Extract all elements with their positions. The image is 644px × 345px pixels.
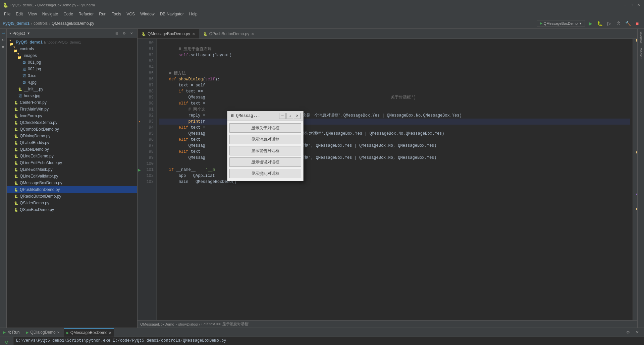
menu-item-vcs[interactable]: VCS: [124, 11, 138, 17]
tree-item-3ico[interactable]: 🖼 3.ico: [7, 72, 137, 79]
iconform-icon: 🐍: [13, 113, 19, 119]
menu-item-run[interactable]: Run: [96, 11, 109, 17]
titlebar-controls: ─ □ ✕: [623, 2, 641, 8]
tree-item-qlineedit[interactable]: 🐍 QLineEditDemo.py: [7, 153, 137, 159]
menu-item-db navigator[interactable]: DB Navigator: [157, 11, 186, 17]
bottom-close-button[interactable]: ✕: [633, 328, 641, 336]
bottom-settings-button[interactable]: ⚙: [624, 328, 632, 336]
tree-item-qdialog[interactable]: 🐍 QDialogDemo.py: [7, 133, 137, 139]
rerun-button[interactable]: ↺: [3, 338, 11, 345]
dialog-btn-question[interactable]: 显示提问对话框: [229, 169, 301, 178]
tree-item-qlineeditecho[interactable]: 🐍 QLineEditEchoMode.py: [7, 159, 137, 166]
minimize-button[interactable]: ─: [623, 2, 628, 8]
menu-item-view[interactable]: View: [25, 11, 40, 17]
tree-item-init[interactable]: 🐍 __init__.py: [7, 86, 137, 92]
menu-item-tools[interactable]: Tools: [109, 11, 124, 17]
project-icon[interactable]: 1: [0, 30, 6, 36]
main-area: 1 Z ★ ▾ Project ▼ ⊟ ⚙ ✕ ▾📁 PyQt5_demo1 E…: [0, 29, 644, 328]
tree-item-controls[interactable]: ▾📁 controls: [7, 46, 137, 52]
tree-item-qspinbox[interactable]: 🐍 QSpinBoxDemo.py: [7, 206, 137, 213]
tree-item-qcombobox[interactable]: 🐍 QComboBoxDemo.py: [7, 126, 137, 133]
run-button[interactable]: ▶: [586, 19, 594, 27]
tab-qpushbuttondemo-close[interactable]: ✕: [251, 32, 254, 36]
dialog-btn-about[interactable]: 显示关于对话框: [229, 123, 301, 133]
tree-item-qlabeldemo[interactable]: 🐍 QLabelDemo.py: [7, 146, 137, 153]
bottom-tab-qmessagebox[interactable]: ▶ QMessageBoxDemo ✕: [64, 328, 114, 337]
settings-button[interactable]: ⚙: [121, 30, 127, 37]
menu-item-code[interactable]: Code: [61, 11, 76, 17]
close-panel-button[interactable]: ✕: [128, 30, 135, 37]
right-scrollbar-indicator: [633, 39, 637, 320]
run-config-selector[interactable]: ▶ QMessageBoxDemo ▼: [537, 20, 585, 26]
tree-item-qspinbox-label: QSpinBoxDemo.py: [20, 207, 54, 212]
bottom-tab-qdialogdemo[interactable]: ▶ QDialogDemo ✕: [23, 328, 62, 337]
database-icon[interactable]: Database: [639, 30, 643, 46]
tab-qmessageboxdemo[interactable]: 🐍 QMessageBoxDemo.py ✕: [138, 29, 199, 39]
menu-item-edit[interactable]: Edit: [13, 11, 25, 17]
dialog-title: 🖥 QMessag...: [230, 113, 260, 119]
menu-item-help[interactable]: Help: [186, 11, 200, 17]
menu-item-refactor[interactable]: Refactor: [76, 11, 96, 17]
tree-item-qcombobox-label: QComboBoxDemo.py: [20, 127, 59, 132]
tree-item-qslider[interactable]: 🐍 QSliderDemo.py: [7, 200, 137, 206]
tree-item-001jpg[interactable]: 🖼 001.jpg: [7, 59, 137, 66]
tab-qpushbuttondemo[interactable]: 🐍 QPushButtonDemo.py ✕: [199, 29, 258, 39]
right-sidebar-icons: Database SciView: [637, 29, 644, 328]
gutter-92: [138, 113, 142, 119]
close-button[interactable]: ✕: [636, 2, 641, 8]
menu-item-window[interactable]: Window: [138, 11, 157, 17]
tree-item-001-label: 001.jpg: [28, 60, 41, 65]
gutter-97: [138, 143, 142, 149]
stop-button[interactable]: ■: [633, 19, 641, 27]
tree-item-centerform[interactable]: 🐍 CenterForm.py: [7, 99, 137, 106]
dialog-close-button[interactable]: ✕: [294, 113, 301, 119]
controls-folder-icon: ▾📁: [13, 46, 19, 52]
profile-button[interactable]: ⏱: [614, 19, 623, 27]
code-content[interactable]: # 应用于垂直布局 self.setLayout(layout) # 槽方法 d…: [157, 39, 633, 320]
maximize-button[interactable]: □: [629, 2, 635, 8]
coverage-button[interactable]: ▷: [605, 19, 613, 27]
breadcrumb-qmessagebox: QMessageBoxDemo: [140, 322, 174, 326]
tree-item-qradiobutton[interactable]: 🐍 QRadioButtonDemo.py: [7, 193, 137, 200]
titlebar: 🐍 PyQt5_demo1 - QMessageBoxDemo.py - PyC…: [0, 0, 644, 10]
tree-item-images[interactable]: ▾📁 images: [7, 52, 137, 59]
tree-item-3ico-label: 3.ico: [28, 73, 36, 78]
bottom-tab-qdialog-close[interactable]: ✕: [57, 331, 60, 334]
tree-item-qmessagebox[interactable]: 🐍 QMessageBoxDemo.py: [7, 180, 137, 186]
scv-icon[interactable]: SciView: [639, 47, 643, 60]
dialog-btn-error[interactable]: 显示错误对话框: [229, 157, 301, 167]
tree-item-002jpg[interactable]: 🖼 002.jpg: [7, 66, 137, 72]
tree-item-firstmainwin[interactable]: 🐍 FirstMainWin.py: [7, 106, 137, 113]
tree-item-root[interactable]: ▾📁 PyQt5_demo1 E:\code\PyQt5_demo1: [7, 39, 137, 46]
tree-item-qslider-label: QSliderDemo.py: [20, 201, 49, 205]
messagebox-dialog[interactable]: 🖥 QMessag... ─ □ ✕ 显示关于对话框 显示消息对话框 显示警告对…: [227, 111, 304, 181]
bottom-tab-qdialog-icon: ▶: [26, 331, 29, 334]
tree-item-qlabelbuddy-label: QLabelBuddy.py: [20, 140, 49, 145]
gutter-93: ●: [138, 119, 142, 125]
bottom-tab-qmsgbox-close[interactable]: ✕: [109, 331, 111, 335]
build-button[interactable]: 🔨: [624, 19, 632, 27]
bottom-tab-qdialog-label: QDialogDemo: [30, 330, 55, 335]
dialog-minimize-button[interactable]: ─: [279, 113, 286, 119]
tree-item-qlineeditmask[interactable]: 🐍 QLineEditMask.py: [7, 166, 137, 173]
debug-button[interactable]: 🐛: [596, 19, 604, 27]
tree-item-qcheckbox[interactable]: 🐍 QCheckBoxDemo.py: [7, 119, 137, 126]
tree-item-horse[interactable]: 🖼 horse.jpg: [7, 92, 137, 99]
qlabelbuddy-icon: 🐍: [13, 140, 19, 145]
menu-item-file[interactable]: File: [1, 11, 13, 17]
tree-item-4jpg[interactable]: 🖼 4.jpg: [7, 79, 137, 86]
tree-item-qlabelbuddy[interactable]: 🐍 QLabelBuddy.py: [7, 139, 137, 146]
gutter-85: [138, 70, 142, 76]
dialog-maximize-button[interactable]: □: [286, 113, 293, 119]
structure-icon[interactable]: Z: [0, 37, 6, 43]
tree-item-iconform[interactable]: 🐍 IconForm.py: [7, 113, 137, 119]
favorites-icon[interactable]: ★: [0, 44, 6, 50]
dialog-btn-warning[interactable]: 显示警告对话框: [229, 146, 301, 155]
tree-item-qlabeldemo-label: QLabelDemo.py: [20, 147, 49, 152]
tab-qmessageboxdemo-close[interactable]: ✕: [192, 32, 195, 36]
tree-item-qlineeditvalidator[interactable]: 🐍 QLineEditValidator.py: [7, 173, 137, 180]
tree-item-qpushbutton[interactable]: 🐍 QPushButtonDemo.py: [7, 186, 137, 193]
collapse-all-button[interactable]: ⊟: [114, 30, 120, 37]
menu-item-navigate[interactable]: Navigate: [40, 11, 61, 17]
dialog-btn-message[interactable]: 显示消息对话框: [229, 135, 301, 144]
